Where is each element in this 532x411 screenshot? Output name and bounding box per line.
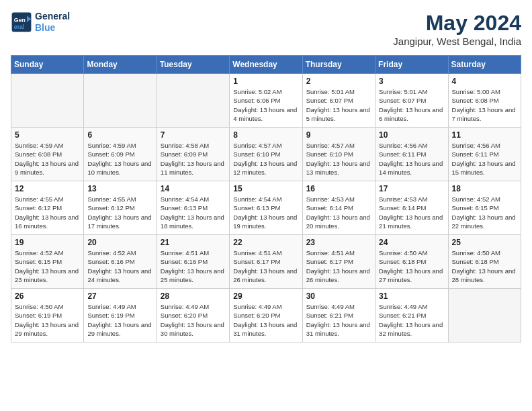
- cell-info: Sunrise: 4:53 AMSunset: 6:14 PMDaylight:…: [379, 195, 443, 230]
- weekday-header-tuesday: Tuesday: [157, 56, 229, 74]
- weekday-header-saturday: Saturday: [448, 56, 521, 74]
- logo-text: General Blue: [35, 11, 70, 34]
- cell-info: Sunrise: 4:52 AMSunset: 6:16 PMDaylight:…: [87, 249, 151, 283]
- day-number: 28: [161, 291, 226, 301]
- calendar-cell: 17Sunrise: 4:53 AMSunset: 6:14 PMDayligh…: [375, 181, 448, 235]
- day-number: 15: [233, 184, 298, 193]
- calendar-cell: 31Sunrise: 4:49 AMSunset: 6:21 PMDayligh…: [375, 289, 448, 342]
- cell-info: Sunrise: 4:49 AMSunset: 6:20 PMDaylight:…: [233, 303, 297, 337]
- calendar-cell: [448, 289, 521, 342]
- cell-info: Sunrise: 4:55 AMSunset: 6:12 PMDaylight:…: [15, 195, 79, 230]
- day-number: 17: [379, 184, 444, 193]
- calendar-cell: 27Sunrise: 4:49 AMSunset: 6:19 PMDayligh…: [84, 289, 157, 342]
- cell-info: Sunrise: 4:53 AMSunset: 6:14 PMDaylight:…: [306, 195, 370, 230]
- calendar-cell: [157, 74, 229, 128]
- cell-info: Sunrise: 4:49 AMSunset: 6:20 PMDaylight:…: [161, 303, 224, 337]
- cell-info: Sunrise: 4:52 AMSunset: 6:15 PMDaylight:…: [452, 195, 516, 230]
- day-number: 23: [306, 238, 371, 247]
- cell-info: Sunrise: 4:50 AMSunset: 6:19 PMDaylight:…: [15, 303, 79, 337]
- day-number: 1: [233, 77, 298, 86]
- calendar-cell: 18Sunrise: 4:52 AMSunset: 6:15 PMDayligh…: [448, 181, 521, 235]
- weekday-header-friday: Friday: [375, 56, 448, 74]
- weekday-header-thursday: Thursday: [302, 56, 375, 74]
- day-number: 29: [233, 291, 298, 301]
- weekday-header-wednesday: Wednesday: [230, 56, 302, 74]
- day-number: 25: [452, 238, 517, 247]
- month-title: May 2024: [393, 11, 521, 36]
- day-number: 10: [379, 130, 444, 140]
- weekday-header-row: SundayMondayTuesdayWednesdayThursdayFrid…: [11, 56, 521, 74]
- cell-info: Sunrise: 4:51 AMSunset: 6:17 PMDaylight:…: [233, 249, 297, 283]
- week-row-2: 5Sunrise: 4:59 AMSunset: 6:08 PMDaylight…: [11, 128, 521, 181]
- cell-info: Sunrise: 4:50 AMSunset: 6:18 PMDaylight:…: [379, 249, 443, 283]
- day-number: 7: [161, 130, 226, 140]
- day-number: 19: [15, 238, 80, 247]
- day-number: 9: [306, 130, 371, 140]
- cell-info: Sunrise: 4:49 AMSunset: 6:21 PMDaylight:…: [306, 303, 370, 337]
- day-number: 8: [233, 130, 298, 140]
- calendar-cell: 3Sunrise: 5:01 AMSunset: 6:07 PMDaylight…: [375, 74, 448, 128]
- day-number: 5: [15, 130, 80, 140]
- calendar-cell: 4Sunrise: 5:00 AMSunset: 6:08 PMDaylight…: [448, 74, 521, 128]
- day-number: 11: [452, 130, 517, 140]
- calendar-cell: 1Sunrise: 5:02 AMSunset: 6:06 PMDaylight…: [230, 74, 302, 128]
- cell-info: Sunrise: 5:01 AMSunset: 6:07 PMDaylight:…: [306, 88, 370, 122]
- week-row-4: 19Sunrise: 4:52 AMSunset: 6:15 PMDayligh…: [11, 235, 521, 289]
- calendar-cell: 24Sunrise: 4:50 AMSunset: 6:18 PMDayligh…: [375, 235, 448, 289]
- cell-info: Sunrise: 4:54 AMSunset: 6:13 PMDaylight:…: [161, 195, 224, 230]
- cell-info: Sunrise: 4:52 AMSunset: 6:15 PMDaylight:…: [15, 249, 79, 283]
- cell-info: Sunrise: 4:59 AMSunset: 6:08 PMDaylight:…: [15, 142, 79, 176]
- day-number: 3: [379, 77, 444, 86]
- cell-info: Sunrise: 4:49 AMSunset: 6:19 PMDaylight:…: [87, 303, 151, 337]
- calendar-cell: 7Sunrise: 4:58 AMSunset: 6:09 PMDaylight…: [157, 128, 229, 181]
- day-number: 4: [452, 77, 517, 86]
- day-number: 24: [379, 238, 444, 247]
- title-block: May 2024 Jangipur, West Bengal, India: [393, 11, 521, 47]
- week-row-5: 26Sunrise: 4:50 AMSunset: 6:19 PMDayligh…: [11, 289, 521, 342]
- day-number: 16: [306, 184, 371, 193]
- calendar-cell: 26Sunrise: 4:50 AMSunset: 6:19 PMDayligh…: [11, 289, 84, 342]
- calendar-cell: 16Sunrise: 4:53 AMSunset: 6:14 PMDayligh…: [302, 181, 375, 235]
- calendar-cell: 6Sunrise: 4:59 AMSunset: 6:09 PMDaylight…: [84, 128, 157, 181]
- day-number: 13: [87, 184, 152, 193]
- day-number: 2: [306, 77, 371, 86]
- calendar-cell: 29Sunrise: 4:49 AMSunset: 6:20 PMDayligh…: [230, 289, 302, 342]
- week-row-1: 1Sunrise: 5:02 AMSunset: 6:06 PMDaylight…: [11, 74, 521, 128]
- page-header: Gen eral General Blue May 2024 Jangipur,…: [11, 11, 521, 47]
- cell-info: Sunrise: 4:51 AMSunset: 6:16 PMDaylight:…: [161, 249, 224, 283]
- calendar-cell: 8Sunrise: 4:57 AMSunset: 6:10 PMDaylight…: [230, 128, 302, 181]
- cell-info: Sunrise: 4:49 AMSunset: 6:21 PMDaylight:…: [379, 303, 443, 337]
- cell-info: Sunrise: 4:57 AMSunset: 6:10 PMDaylight:…: [233, 142, 297, 176]
- calendar-cell: 23Sunrise: 4:51 AMSunset: 6:17 PMDayligh…: [302, 235, 375, 289]
- cell-info: Sunrise: 4:58 AMSunset: 6:09 PMDaylight:…: [161, 142, 224, 176]
- cell-info: Sunrise: 4:54 AMSunset: 6:13 PMDaylight:…: [233, 195, 297, 230]
- cell-info: Sunrise: 4:56 AMSunset: 6:11 PMDaylight:…: [452, 142, 516, 176]
- day-number: 26: [15, 291, 80, 301]
- cell-info: Sunrise: 5:01 AMSunset: 6:07 PMDaylight:…: [379, 88, 443, 122]
- weekday-header-monday: Monday: [84, 56, 157, 74]
- calendar-cell: 20Sunrise: 4:52 AMSunset: 6:16 PMDayligh…: [84, 235, 157, 289]
- location: Jangipur, West Bengal, India: [393, 36, 521, 47]
- calendar-cell: 28Sunrise: 4:49 AMSunset: 6:20 PMDayligh…: [157, 289, 229, 342]
- svg-text:eral: eral: [14, 23, 25, 30]
- day-number: 20: [87, 238, 152, 247]
- calendar-table: SundayMondayTuesdayWednesdayThursdayFrid…: [11, 55, 521, 342]
- day-number: 30: [306, 291, 371, 301]
- calendar-cell: 21Sunrise: 4:51 AMSunset: 6:16 PMDayligh…: [157, 235, 229, 289]
- cell-info: Sunrise: 4:55 AMSunset: 6:12 PMDaylight:…: [87, 195, 151, 230]
- day-number: 14: [161, 184, 226, 193]
- calendar-cell: [84, 74, 157, 128]
- calendar-cell: 14Sunrise: 4:54 AMSunset: 6:13 PMDayligh…: [157, 181, 229, 235]
- calendar-cell: 11Sunrise: 4:56 AMSunset: 6:11 PMDayligh…: [448, 128, 521, 181]
- calendar-cell: 22Sunrise: 4:51 AMSunset: 6:17 PMDayligh…: [230, 235, 302, 289]
- calendar-cell: 25Sunrise: 4:50 AMSunset: 6:18 PMDayligh…: [448, 235, 521, 289]
- cell-info: Sunrise: 4:56 AMSunset: 6:11 PMDaylight:…: [379, 142, 443, 176]
- cell-info: Sunrise: 4:50 AMSunset: 6:18 PMDaylight:…: [452, 249, 516, 283]
- calendar-cell: 5Sunrise: 4:59 AMSunset: 6:08 PMDaylight…: [11, 128, 84, 181]
- day-number: 6: [87, 130, 152, 140]
- cell-info: Sunrise: 5:02 AMSunset: 6:06 PMDaylight:…: [233, 88, 297, 122]
- calendar-cell: 12Sunrise: 4:55 AMSunset: 6:12 PMDayligh…: [11, 181, 84, 235]
- calendar-cell: 19Sunrise: 4:52 AMSunset: 6:15 PMDayligh…: [11, 235, 84, 289]
- day-number: 12: [15, 184, 80, 193]
- calendar-cell: [11, 74, 84, 128]
